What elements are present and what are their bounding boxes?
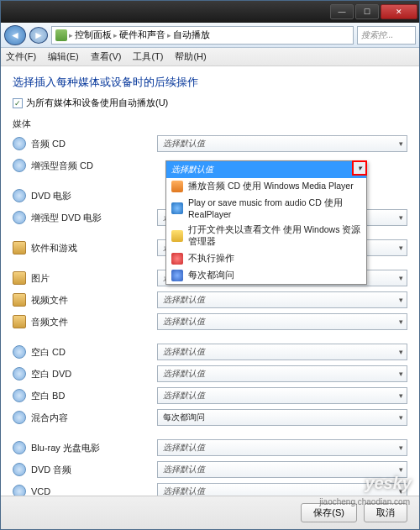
disc-icon xyxy=(13,411,26,424)
use-autoplay-checkbox-row: ✓ 为所有媒体和设备使用自动播放(U) xyxy=(13,97,407,109)
row-blank-cd: 空白 CD 选择默认值 xyxy=(13,342,407,362)
dropdown-option-text: 播放音频 CD 使用 Windows Media Player xyxy=(188,181,354,192)
dropdown-selected-text: 选择默认值 xyxy=(171,165,213,174)
breadcrumb-item[interactable]: 控制面板 xyxy=(75,29,112,41)
combo-audio-cd[interactable]: 选择默认值 xyxy=(157,135,407,152)
dropdown-selected[interactable]: 选择默认值 ▾ xyxy=(166,161,366,178)
combo-audio-files[interactable]: 选择默认值 xyxy=(157,313,407,330)
audio-cd-dropdown-list: 选择默认值 ▾ 播放音频 CD 使用 Windows Media Player … xyxy=(165,160,367,285)
combo-dvd-audio[interactable]: 选择默认值 xyxy=(157,461,407,478)
dropdown-option-text: Play or save music from audio CD 使用 Real… xyxy=(188,197,361,219)
save-button[interactable]: 保存(S) xyxy=(301,503,357,522)
row-label: 视频文件 xyxy=(31,294,157,307)
breadcrumb-sep: ▸ xyxy=(113,31,118,39)
dropdown-option-text: 打开文件夹以查看文件 使用 Windows 资源管理器 xyxy=(188,224,361,248)
minimize-button[interactable]: — xyxy=(330,4,354,19)
dropdown-option-text: 不执行操作 xyxy=(188,253,234,265)
breadcrumb[interactable]: ▸ 控制面板 ▸ 硬件和声音 ▸ 自动播放 xyxy=(51,26,354,45)
maximize-button[interactable]: ☐ xyxy=(355,4,379,19)
control-panel-icon xyxy=(55,29,67,41)
disc-icon xyxy=(13,389,26,402)
disc-icon xyxy=(13,441,26,454)
menu-file[interactable]: 文件(F) xyxy=(6,50,36,63)
row-label: Blu-ray 光盘电影 xyxy=(31,442,157,454)
dropdown-option[interactable]: 打开文件夹以查看文件 使用 Windows 资源管理器 xyxy=(166,222,366,250)
titlebar: — ☐ ✕ xyxy=(1,1,419,23)
row-label: DVD 电影 xyxy=(31,190,157,202)
video-icon xyxy=(13,293,26,307)
combo-blank-bd[interactable]: 选择默认值 xyxy=(157,387,407,404)
wmp-icon xyxy=(171,181,183,192)
disc-icon xyxy=(13,159,26,172)
dropdown-option[interactable]: 不执行操作 xyxy=(166,250,366,267)
page-heading: 选择插入每种媒体或设备时的后续操作 xyxy=(13,75,407,90)
row-label: 空白 DVD xyxy=(31,368,157,380)
row-label: 增强型 DVD 电影 xyxy=(31,212,157,224)
combo-video-files[interactable]: 选择默认值 xyxy=(157,291,407,308)
disc-icon xyxy=(13,211,26,224)
software-icon xyxy=(13,241,26,255)
row-blank-dvd: 空白 DVD 选择默认值 xyxy=(13,364,407,384)
picture-icon xyxy=(13,271,26,285)
row-label: 混合内容 xyxy=(31,412,157,424)
menu-view[interactable]: 查看(V) xyxy=(91,50,122,63)
dropdown-option[interactable]: 每次都询问 xyxy=(166,267,366,284)
row-video-files: 视频文件 选择默认值 xyxy=(13,290,407,310)
combo-blank-cd[interactable]: 选择默认值 xyxy=(157,344,407,360)
breadcrumb-sep: ▸ xyxy=(167,31,171,39)
row-label: 音频文件 xyxy=(31,316,157,328)
use-autoplay-label: 为所有媒体和设备使用自动播放(U) xyxy=(26,97,168,109)
menu-help[interactable]: 帮助(H) xyxy=(175,50,206,63)
menu-tools[interactable]: 工具(T) xyxy=(133,50,163,63)
disc-icon xyxy=(13,189,26,202)
realplayer-icon xyxy=(171,202,183,214)
nav-back-button[interactable]: ◄ xyxy=(4,25,26,45)
noaction-icon xyxy=(171,253,183,265)
row-label: 软件和游戏 xyxy=(31,242,157,255)
bottom-bar: 保存(S) 取消 xyxy=(1,496,419,529)
dropdown-option[interactable]: 播放音频 CD 使用 Windows Media Player xyxy=(166,178,366,195)
row-vcd: VCD 选择默认值 xyxy=(13,481,407,496)
breadcrumb-item[interactable]: 自动播放 xyxy=(173,29,210,41)
disc-icon xyxy=(13,345,26,359)
use-autoplay-checkbox[interactable]: ✓ xyxy=(13,98,23,108)
disc-icon xyxy=(13,137,26,150)
ask-icon xyxy=(171,270,183,281)
disc-icon xyxy=(13,485,26,496)
disc-icon xyxy=(13,463,26,476)
combo-blank-dvd[interactable]: 选择默认值 xyxy=(157,365,407,382)
combo-vcd[interactable]: 选择默认值 xyxy=(157,483,407,496)
row-blank-bd: 空白 BD 选择默认值 xyxy=(13,386,407,406)
dropdown-option[interactable]: Play or save music from audio CD 使用 Real… xyxy=(166,195,366,222)
combo-bluray[interactable]: 选择默认值 xyxy=(157,439,407,456)
chevron-down-icon[interactable]: ▾ xyxy=(352,160,367,176)
row-mixed: 混合内容 每次都询问 xyxy=(13,407,407,428)
section-media-label: 媒体 xyxy=(13,118,407,130)
row-dvd-audio: DVD 音频 选择默认值 xyxy=(13,459,407,480)
row-audio-cd: 音频 CD 选择默认值 xyxy=(13,134,407,154)
row-label: 空白 BD xyxy=(31,390,157,402)
row-label: DVD 音频 xyxy=(31,464,157,476)
combo-mixed[interactable]: 每次都询问 xyxy=(157,409,407,426)
disc-icon xyxy=(13,367,26,380)
breadcrumb-item[interactable]: 硬件和声音 xyxy=(119,29,165,41)
menu-edit[interactable]: 编辑(E) xyxy=(48,50,79,63)
nav-forward-button[interactable]: ► xyxy=(29,27,48,44)
autoplay-window: — ☐ ✕ ◄ ► ▸ 控制面板 ▸ 硬件和声音 ▸ 自动播放 搜索控... 文… xyxy=(0,0,420,530)
close-button[interactable]: ✕ xyxy=(381,4,417,19)
row-bluray: Blu-ray 光盘电影 选择默认值 xyxy=(13,438,407,458)
menubar: 文件(F) 编辑(E) 查看(V) 工具(T) 帮助(H) xyxy=(1,48,419,66)
row-label: 空白 CD xyxy=(31,346,157,359)
folder-icon xyxy=(171,230,183,242)
row-label: 图片 xyxy=(31,272,157,285)
audio-icon xyxy=(13,315,26,328)
breadcrumb-sep: ▸ xyxy=(69,31,73,39)
row-label: VCD xyxy=(31,486,157,496)
navbar: ◄ ► ▸ 控制面板 ▸ 硬件和声音 ▸ 自动播放 搜索控... xyxy=(1,23,419,48)
row-label: 音频 CD xyxy=(31,138,157,150)
row-audio-files: 音频文件 选择默认值 xyxy=(13,312,407,332)
search-input[interactable]: 搜索控... xyxy=(357,26,416,45)
dropdown-option-text: 每次都询问 xyxy=(188,270,234,281)
content-area: 选择插入每种媒体或设备时的后续操作 ✓ 为所有媒体和设备使用自动播放(U) 媒体… xyxy=(1,66,419,496)
cancel-button[interactable]: 取消 xyxy=(364,503,407,522)
